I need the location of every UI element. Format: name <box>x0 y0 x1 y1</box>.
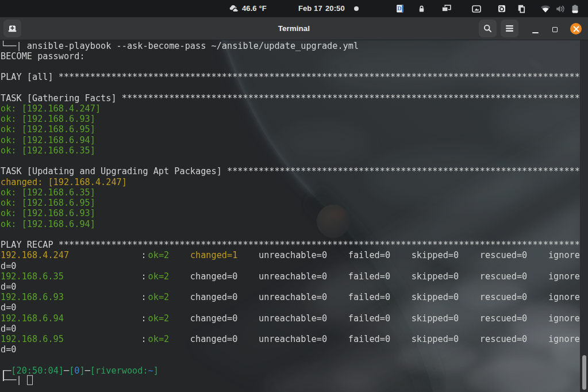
close-button[interactable] <box>570 23 582 34</box>
terminal-line: ok: [192.168.6.95] <box>1 124 580 134</box>
menu-button[interactable] <box>501 20 518 37</box>
search-button[interactable] <box>479 20 497 37</box>
terminal-line <box>1 355 580 366</box>
scrollbar-track[interactable] <box>580 40 588 392</box>
terminal-line: ok: [192.168.6.93] <box>1 208 580 218</box>
terminal-line: 192.168.6.94 :ok=2 changed=0 unreachable… <box>1 313 580 324</box>
d-app-icon[interactable]: D <box>392 0 408 17</box>
terminal-line: 192.168.6.93 :ok=2 changed=0 unreachable… <box>1 292 580 302</box>
terminal-line: PLAY RECAP *****************************… <box>1 240 580 250</box>
terminal-line <box>1 229 580 240</box>
terminal-line: 192.168.6.95 :ok=2 changed=0 unreachable… <box>1 334 580 344</box>
prompt-corner-joint <box>3 371 4 381</box>
wallpaper-icon[interactable] <box>468 0 485 17</box>
terminal-line: 192.168.6.35 :ok=2 changed=0 unreachable… <box>1 271 580 282</box>
terminal-output: └──| ansible-playbook --ask-become-pass … <box>1 41 580 387</box>
copy-icon[interactable] <box>513 0 529 17</box>
terminal-line: ok: [192.168.6.35] <box>1 145 580 156</box>
maximize-icon <box>552 27 558 32</box>
wifi-icon[interactable] <box>537 0 554 17</box>
desktop-screen: 46.6 °F Feb 17 20:50 D Terminal <box>0 0 588 392</box>
terminal-line: ok: [192.168.6.94] <box>1 135 580 145</box>
search-icon <box>483 24 493 33</box>
terminal-screen[interactable]: └──| ansible-playbook --ask-become-pass … <box>0 40 588 392</box>
terminal-line: ok: [192.168.4.247] <box>1 103 580 114</box>
terminal-line: d=0 <box>1 302 580 313</box>
terminal-line: d=0 <box>1 344 580 355</box>
clock-date[interactable]: Feb 17 <box>298 0 322 17</box>
terminal-line: └──| ansible-playbook --ask-become-pass … <box>1 41 580 51</box>
volume-icon[interactable] <box>552 0 568 17</box>
terminal-titlebar[interactable]: Terminal <box>0 17 588 40</box>
workspaces-icon[interactable] <box>438 0 454 17</box>
notification-dot <box>354 6 359 11</box>
terminal-line: PLAY [all] *****************************… <box>1 72 580 82</box>
maximize-button[interactable] <box>549 24 560 34</box>
close-x-icon <box>573 26 579 32</box>
terminal-line <box>1 83 580 93</box>
scrollbar-thumb[interactable] <box>582 355 586 390</box>
weather-cloud-icon[interactable] <box>229 3 239 15</box>
terminal-line: TASK [Gathering Facts] *****************… <box>1 93 580 103</box>
terminal-line: BECOME password: <box>1 51 580 62</box>
terminal-line: 192.168.4.247 :ok=2 changed=1 unreachabl… <box>1 250 580 260</box>
terminal-line: ok: [192.168.6.94] <box>1 219 580 229</box>
terminal-line: ok: [192.168.6.93] <box>1 114 580 124</box>
battery-icon[interactable] <box>567 0 583 17</box>
minimize-button[interactable] <box>530 24 540 34</box>
terminal-line: ok: [192.168.6.35] <box>1 187 580 198</box>
minimize-icon <box>532 32 539 33</box>
temperature-label[interactable]: 46.6 °F <box>242 0 267 17</box>
terminal-line: d=0 <box>1 282 580 292</box>
top-bar: 46.6 °F Feb 17 20:50 D <box>0 0 588 17</box>
terminal-cursor: █ <box>27 375 33 385</box>
hamburger-icon <box>505 25 514 32</box>
svg-text:D: D <box>397 5 401 11</box>
terminal-line <box>1 156 580 166</box>
terminal-line: TASK [Updating and Upgrading Apt Package… <box>1 166 580 176</box>
terminal-line: changed: [192.168.4.247] <box>1 177 580 187</box>
terminal-line: d=0 <box>1 261 580 271</box>
clock-time[interactable]: 20:50 <box>325 0 345 17</box>
camera-icon[interactable] <box>494 0 510 17</box>
terminal-line: d=0 <box>1 324 580 334</box>
terminal-line <box>1 62 580 72</box>
terminal-line: └──| █ <box>1 375 580 385</box>
terminal-line: ok: [192.168.6.95] <box>1 198 580 208</box>
window-title: Terminal <box>0 17 588 40</box>
lock-icon[interactable] <box>413 0 429 17</box>
